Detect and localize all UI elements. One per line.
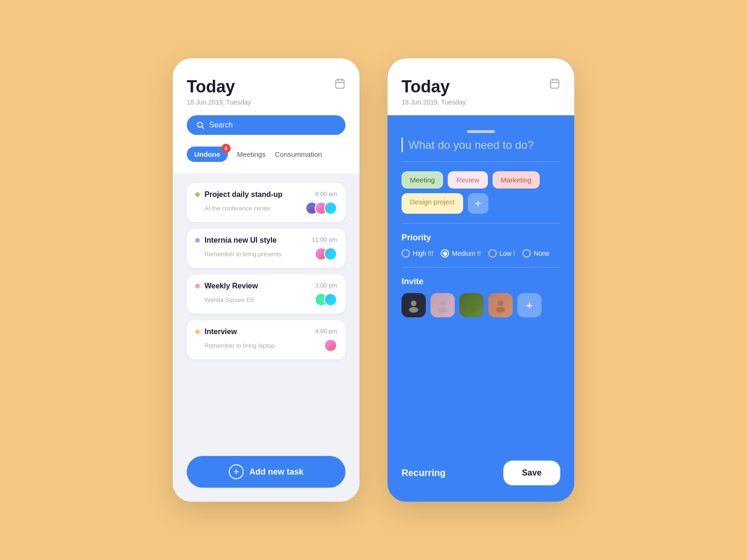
add-category-button[interactable]: +	[468, 193, 488, 214]
radio-medium-inner	[443, 252, 447, 256]
calendar-icon[interactable]	[334, 78, 345, 91]
task-time: 4:00 pm	[315, 328, 337, 335]
svg-point-11	[409, 307, 418, 313]
radio-none	[522, 249, 531, 258]
undone-badge: 4	[221, 144, 231, 153]
invite-add-button[interactable]: +	[517, 293, 542, 317]
add-task-label: Add new task	[249, 467, 303, 477]
svg-point-14	[469, 301, 474, 306]
svg-rect-6	[550, 80, 559, 88]
search-icon	[196, 121, 204, 129]
invite-avatar-3[interactable]	[459, 293, 484, 317]
phone-2: Today 18 Jun.2019, Tuesday What do you n…	[388, 58, 574, 502]
avatar	[324, 247, 337, 260]
task-title: Internia new UI style	[204, 236, 277, 245]
priority-row: High !!! Medium !! Low ! None	[402, 249, 560, 258]
svg-line-5	[202, 126, 204, 128]
priority-high[interactable]: High !!!	[402, 249, 433, 258]
task-dot	[195, 284, 200, 288]
radio-medium	[441, 249, 449, 258]
priority-section: Priority High !!! Medium !! Low !	[402, 233, 560, 258]
svg-rect-0	[336, 80, 344, 88]
calendar-icon[interactable]	[549, 78, 560, 91]
search-bar[interactable]: Search	[187, 115, 345, 135]
task-avatars	[305, 202, 337, 215]
task-avatars	[324, 339, 337, 352]
invite-avatar-4[interactable]	[488, 293, 513, 317]
task-time: 9:00 am	[315, 190, 337, 197]
svg-point-12	[440, 301, 445, 306]
add-task-button[interactable]: + Add new task	[187, 456, 345, 488]
task-avatars	[315, 293, 337, 306]
invite-avatars: +	[402, 293, 560, 317]
svg-point-17	[496, 307, 505, 313]
tag-marketing[interactable]: Marketing	[493, 171, 540, 189]
task-location: At the conference center	[204, 205, 271, 212]
task-title: Interview	[204, 328, 237, 336]
task-card[interactable]: Weekly Review 3:00 pm Wanda Square E5	[187, 274, 345, 314]
page-date: 18 Jun.2019, Tuesday	[187, 98, 345, 106]
tag-review[interactable]: Review	[448, 171, 487, 189]
tab-undone[interactable]: Undone 4	[187, 147, 228, 162]
page-date: 18 Jun.2019, Tuesday	[402, 98, 560, 106]
divider-2	[402, 267, 560, 267]
plus-icon: +	[229, 464, 244, 479]
phone2-header: Today 18 Jun.2019, Tuesday	[388, 58, 574, 115]
task-dot	[195, 238, 200, 243]
avatar	[324, 202, 337, 215]
avatar	[324, 339, 337, 352]
category-tags: Meeting Review Marketing Design project …	[402, 171, 560, 214]
tab-consummation[interactable]: Consummation	[275, 150, 322, 158]
priority-medium[interactable]: Medium !!	[441, 249, 480, 258]
svg-point-15	[467, 307, 476, 313]
invite-label: Invite	[402, 277, 560, 287]
task-title: Project daily stand-up	[204, 190, 282, 199]
task-location: Remember to bring laptop	[204, 342, 275, 349]
phone-1: Today 18 Jun.2019, Tuesday Search Undone…	[173, 58, 359, 502]
divider	[402, 223, 560, 224]
phone1-footer: + Add new task	[173, 447, 359, 502]
svg-point-13	[438, 307, 447, 313]
recurring-label[interactable]: Recurring	[402, 468, 445, 478]
invite-avatar-1[interactable]	[402, 293, 426, 317]
task-title: Weekly Review	[204, 282, 258, 290]
task-list: Project daily stand-up 9:00 am At the co…	[173, 174, 359, 447]
radio-low	[488, 249, 497, 258]
tag-meeting[interactable]: Meeting	[402, 171, 443, 189]
save-button[interactable]: Save	[503, 461, 560, 485]
task-dot	[195, 192, 200, 197]
task-card[interactable]: Project daily stand-up 9:00 am At the co…	[187, 183, 345, 222]
priority-low[interactable]: Low !	[488, 249, 515, 258]
task-dot	[195, 329, 200, 334]
phone2-footer: Recurring Save	[388, 451, 574, 502]
svg-point-16	[498, 301, 503, 306]
phone2-body: What do you need to do? Meeting Review M…	[388, 115, 574, 451]
task-time: 3:00 pm	[315, 282, 337, 289]
tab-meetings[interactable]: Meetings	[237, 150, 266, 158]
task-input-placeholder: What do you need to do?	[402, 138, 560, 152]
page-title: Today	[187, 77, 345, 97]
priority-none[interactable]: None	[522, 249, 549, 258]
avatar	[324, 293, 337, 306]
task-location: Remember to bring presents	[204, 251, 282, 258]
task-card[interactable]: Internia new UI style 11:00 am Remember …	[187, 229, 345, 268]
invite-avatar-2[interactable]	[430, 293, 455, 317]
task-input-area[interactable]: What do you need to do?	[402, 133, 560, 162]
task-avatars	[315, 247, 337, 260]
task-time: 11:00 am	[312, 236, 337, 243]
svg-point-10	[411, 301, 416, 306]
radio-high	[402, 249, 410, 258]
task-card[interactable]: Interview 4:00 pm Remember to bring lapt…	[187, 320, 345, 359]
search-label: Search	[209, 121, 233, 129]
task-location: Wanda Square E5	[204, 296, 254, 303]
tabs-row: Undone 4 Meetings Consummation	[187, 142, 345, 164]
priority-label: Priority	[402, 233, 560, 243]
page-title: Today	[402, 77, 560, 97]
invite-section: Invite	[402, 277, 560, 317]
tag-design[interactable]: Design project	[402, 193, 463, 214]
phone1-header: Today 18 Jun.2019, Tuesday Search Undone…	[173, 58, 359, 174]
